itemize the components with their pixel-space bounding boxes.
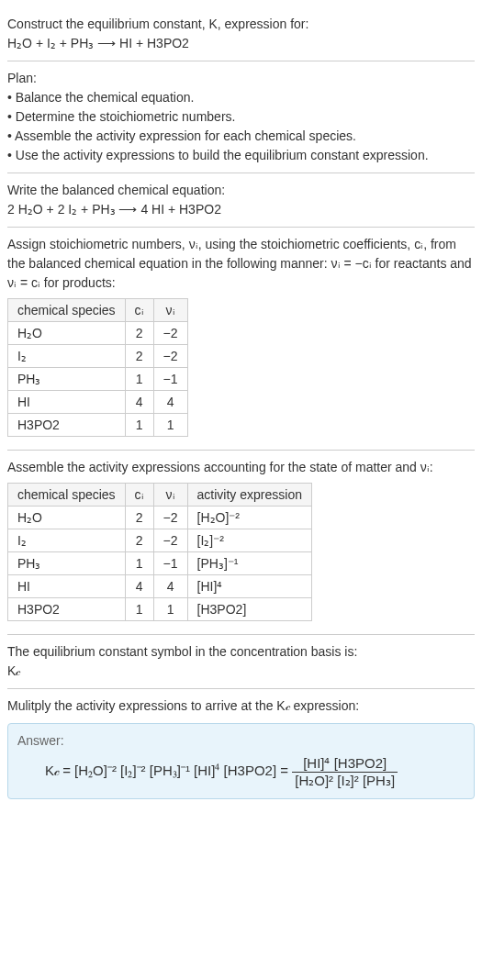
balanced-heading: Write the balanced chemical equation: xyxy=(7,181,475,200)
unbalanced-equation: H₂O + I₂ + PH₃ ⟶ HI + H3PO2 xyxy=(7,34,475,53)
multiply-section: Mulitply the activity expressions to arr… xyxy=(7,689,475,807)
fraction-numerator: [HI]⁴ [H3PO2] xyxy=(292,755,398,773)
cell-ci: 2 xyxy=(125,322,153,345)
cell-expr: [I₂]⁻² xyxy=(187,529,311,552)
table-row: H₂O 2 −2 [H₂O]⁻² xyxy=(8,507,312,529)
multiply-heading: Mulitply the activity expressions to arr… xyxy=(7,696,475,716)
balanced-equation: 2 H₂O + 2 I₂ + PH₃ ⟶ 4 HI + H3PO2 xyxy=(7,200,475,219)
title-text: Construct the equilibrium constant, K, e… xyxy=(7,17,308,31)
cell-ci: 1 xyxy=(125,552,153,575)
stoich-section: Assign stoichiometric numbers, νᵢ, using… xyxy=(7,228,475,451)
cell-vi: 1 xyxy=(153,598,187,621)
col-vi: νᵢ xyxy=(153,299,187,322)
cell-species: H₂O xyxy=(8,507,126,529)
plan-section: Plan: Balance the chemical equation. Det… xyxy=(7,61,475,173)
activity-table: chemical species cᵢ νᵢ activity expressi… xyxy=(7,483,312,621)
header-section: Construct the equilibrium constant, K, e… xyxy=(7,7,475,61)
cell-vi: 1 xyxy=(153,414,187,437)
cell-vi: −2 xyxy=(153,529,187,552)
kc-symbol-section: The equilibrium constant symbol in the c… xyxy=(7,635,475,689)
table-row: PH₃ 1 −1 [PH₃]⁻¹ xyxy=(8,552,312,575)
cell-expr: [H₂O]⁻² xyxy=(187,507,311,529)
cell-ci: 1 xyxy=(125,414,153,437)
cell-species: HI xyxy=(8,575,126,598)
balanced-section: Write the balanced chemical equation: 2 … xyxy=(7,173,475,228)
cell-ci: 1 xyxy=(125,598,153,621)
table-row: H₂O 2 −2 xyxy=(8,322,188,345)
cell-species: PH₃ xyxy=(8,368,126,391)
cell-vi: 4 xyxy=(153,575,187,598)
table-row: H3PO2 1 1 xyxy=(8,414,188,437)
cell-expr: [PH₃]⁻¹ xyxy=(187,552,311,575)
table-row: I₂ 2 −2 [I₂]⁻² xyxy=(8,529,312,552)
plan-item: Balance the chemical equation. xyxy=(7,88,475,107)
col-ci: cᵢ xyxy=(125,484,153,507)
cell-expr: [HI]⁴ xyxy=(187,575,311,598)
cell-ci: 1 xyxy=(125,368,153,391)
cell-species: H₂O xyxy=(8,322,126,345)
col-vi: νᵢ xyxy=(153,484,187,507)
table-row: H3PO2 1 1 [H3PO2] xyxy=(8,598,312,621)
cell-expr: [H3PO2] xyxy=(187,598,311,621)
col-species: chemical species xyxy=(8,299,126,322)
table-header-row: chemical species cᵢ νᵢ xyxy=(8,299,188,322)
kc-symbol-heading: The equilibrium constant symbol in the c… xyxy=(7,642,475,662)
col-expr: activity expression xyxy=(187,484,311,507)
title-line: Construct the equilibrium constant, K, e… xyxy=(7,15,475,34)
cell-species: I₂ xyxy=(8,345,126,368)
cell-ci: 2 xyxy=(125,529,153,552)
plan-heading: Plan: xyxy=(7,69,475,88)
cell-species: H3PO2 xyxy=(8,598,126,621)
cell-species: HI xyxy=(8,391,126,414)
cell-ci: 4 xyxy=(125,575,153,598)
answer-formula: K𝒸 = [H₂O]⁻² [I₂]⁻² [PH₃]⁻¹ [HI]⁴ [H3PO2… xyxy=(17,755,465,789)
cell-vi: −1 xyxy=(153,552,187,575)
plan-item: Determine the stoichiometric numbers. xyxy=(7,107,475,127)
cell-ci: 2 xyxy=(125,507,153,529)
kc-symbol: K𝒸 xyxy=(7,662,475,681)
table-row: PH₃ 1 −1 xyxy=(8,368,188,391)
cell-species: PH₃ xyxy=(8,552,126,575)
cell-species: I₂ xyxy=(8,529,126,552)
cell-vi: 4 xyxy=(153,391,187,414)
cell-vi: −2 xyxy=(153,507,187,529)
table-header-row: chemical species cᵢ νᵢ activity expressi… xyxy=(8,484,312,507)
stoich-heading: Assign stoichiometric numbers, νᵢ, using… xyxy=(7,235,475,293)
cell-vi: −2 xyxy=(153,322,187,345)
answer-fraction: [HI]⁴ [H3PO2] [H₂O]² [I₂]² [PH₃] xyxy=(292,755,398,789)
col-ci: cᵢ xyxy=(125,299,153,322)
table-row: HI 4 4 xyxy=(8,391,188,414)
cell-ci: 4 xyxy=(125,391,153,414)
answer-box: Answer: K𝒸 = [H₂O]⁻² [I₂]⁻² [PH₃]⁻¹ [HI]… xyxy=(7,723,475,799)
activity-section: Assemble the activity expressions accoun… xyxy=(7,451,475,635)
cell-species: H3PO2 xyxy=(8,414,126,437)
cell-vi: −1 xyxy=(153,368,187,391)
cell-vi: −2 xyxy=(153,345,187,368)
cell-ci: 2 xyxy=(125,345,153,368)
plan-item: Use the activity expressions to build th… xyxy=(7,146,475,165)
col-species: chemical species xyxy=(8,484,126,507)
table-row: I₂ 2 −2 xyxy=(8,345,188,368)
answer-label: Answer: xyxy=(17,733,465,748)
table-row: HI 4 4 [HI]⁴ xyxy=(8,575,312,598)
stoich-table: chemical species cᵢ νᵢ H₂O 2 −2 I₂ 2 −2 … xyxy=(7,298,188,437)
answer-lhs: K𝒸 = [H₂O]⁻² [I₂]⁻² [PH₃]⁻¹ [HI]⁴ [H3PO2… xyxy=(45,763,292,778)
fraction-denominator: [H₂O]² [I₂]² [PH₃] xyxy=(292,773,398,789)
activity-heading: Assemble the activity expressions accoun… xyxy=(7,458,475,477)
plan-list: Balance the chemical equation. Determine… xyxy=(7,88,475,165)
plan-item: Assemble the activity expression for eac… xyxy=(7,127,475,146)
